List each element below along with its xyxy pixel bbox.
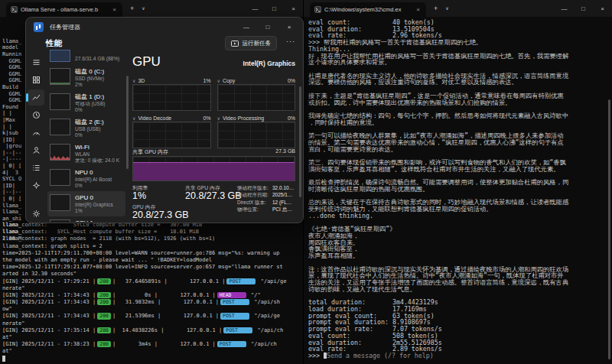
taskman-titlebar[interactable]: 任务管理器 — □ × bbox=[26, 18, 303, 36]
taskman-sidebar-item[interactable]: 27.6/31.4 GB (88%) bbox=[47, 45, 125, 65]
log-line: llama_context: graph nodes = 2118 (with … bbox=[2, 236, 301, 242]
gin-wrap-line: at" bbox=[2, 348, 301, 355]
gpu-info-row: 驱动程序日期: 2025/1… bbox=[237, 191, 298, 198]
services-icon[interactable] bbox=[28, 177, 44, 193]
app-history-icon[interactable] bbox=[28, 107, 44, 123]
terminal-line bbox=[308, 292, 609, 299]
taskman-sidebar-item[interactable]: 磁盘 2 (E:) USB (USB) 0% bbox=[47, 115, 125, 141]
log-fragment: GGML bbox=[2, 71, 21, 78]
cmd-terminal-window: C:\Windows\system32\cmd.ex × + ∨ — □ × e… bbox=[304, 0, 612, 364]
gin-log-row: [GIN] 2025/12/11 - 17:34:43 |200| 31.983… bbox=[2, 299, 301, 313]
log-fragment: |grou bbox=[2, 143, 21, 150]
terminal-line: eval count: 508 token(s) bbox=[308, 333, 609, 340]
taskman-sidebar-item[interactable]: 磁盘 1 (D:) 可移动 (USB) 0% bbox=[47, 90, 125, 115]
terminal-line: eval count: 40 token(s) bbox=[308, 19, 609, 26]
close-button[interactable]: × bbox=[593, 0, 612, 17]
processes-icon[interactable] bbox=[28, 72, 44, 88]
info-label: 驱动程序日期: bbox=[237, 191, 272, 198]
status-badge: 200 bbox=[97, 341, 111, 347]
performance-icon[interactable] bbox=[28, 89, 44, 106]
menu-icon[interactable] bbox=[28, 54, 44, 70]
status-badge: 200 bbox=[97, 327, 111, 333]
info-value: PCI 总… bbox=[272, 206, 292, 213]
details-icon[interactable] bbox=[28, 160, 44, 176]
minimize-button[interactable]: — bbox=[236, 18, 257, 36]
left-titlebar: Ollama Serve - ollama-serve.b × + ∨ — □ … bbox=[0, 0, 303, 17]
close-button[interactable]: × bbox=[278, 18, 300, 36]
tab-dropdown-icon[interactable]: ∨ bbox=[142, 0, 145, 17]
gin-prefix: [GIN] 2025/12/11 - 17:34:43 | bbox=[2, 299, 96, 305]
gin-log-row: [GIN] 2025/12/11 - 17:34:43 |200| 21.539… bbox=[2, 313, 301, 327]
terminal-line: eval duration: 2m55.5126985s bbox=[308, 340, 609, 346]
gin-prefix: [GIN] 2025/12/11 - 17:34:43 | bbox=[2, 313, 96, 319]
gin-endpoint: "/api/ge bbox=[251, 313, 280, 319]
gpu-info-row: DirectX 版本: 12 (FL… bbox=[237, 199, 298, 206]
terminal-line: ...done thinking. bbox=[308, 213, 609, 219]
method-badge: POST bbox=[223, 327, 252, 333]
left-terminal-tab[interactable]: Ollama Serve - ollama-serve.b × bbox=[6, 2, 122, 17]
users-icon[interactable] bbox=[28, 142, 44, 158]
close-button[interactable]: × bbox=[284, 0, 303, 17]
gin-middle: | 21.5396ms | 127.0.0.1 | bbox=[112, 313, 219, 319]
maximize-button[interactable]: □ bbox=[257, 18, 278, 36]
scrollbar[interactable] bbox=[608, 99, 610, 359]
engine-activity-graph bbox=[217, 122, 296, 148]
minimize-button[interactable]: — bbox=[246, 0, 265, 17]
performance-sidebar-list: 27.6/31.4 GB (88%) 磁盘 0 (C:) SSD (NVMe) … bbox=[47, 45, 125, 222]
chevron-down-icon[interactable]: ∨ bbox=[132, 78, 135, 83]
sidebar-thumbnail bbox=[50, 219, 70, 222]
gpu-panel-scrollbar[interactable] bbox=[299, 86, 301, 197]
run-new-task-button[interactable]: 运行新任务 bbox=[225, 36, 278, 50]
tab-close-icon[interactable]: × bbox=[415, 6, 422, 13]
right-terminal-tab[interactable]: C:\Windows\system32\cmd.ex × bbox=[310, 2, 426, 17]
terminal-line: 的情景。第二句需要表达优惠带来的激动心情，“疯狂星期四，优惠人心沸”这样的句子有… bbox=[308, 139, 609, 146]
status-badge: 200 bbox=[97, 278, 111, 284]
prompt-input-line[interactable]: >>> Send a message (/? for help) bbox=[308, 353, 609, 359]
log-fragment: | 0| [ bbox=[2, 163, 21, 170]
info-label: DirectX 版本: bbox=[237, 199, 272, 206]
terminal-line: 这个请求的具体要求和背景。 bbox=[308, 59, 609, 66]
taskman-sidebar-item[interactable]: 磁盘 0 (C:) SSD (NVMe) 2% bbox=[47, 65, 125, 90]
device-name: GPU 0 bbox=[75, 194, 113, 202]
shared-memory-graph bbox=[132, 156, 295, 181]
log-fragment: | | bbox=[2, 110, 21, 117]
maximize-button[interactable]: □ bbox=[265, 0, 284, 17]
startup-apps-icon[interactable] bbox=[28, 125, 44, 141]
chat-output-area: eval count: 40 token(s)eval duration: 13… bbox=[308, 19, 609, 359]
log-fragment: llama_ bbox=[2, 209, 21, 216]
gpu-mem-stat-value: 20.8/27.3 GB bbox=[132, 210, 189, 220]
settings-gear-icon[interactable] bbox=[26, 210, 46, 218]
terminal-line: ，同时保持杜甫的意境。 bbox=[308, 119, 609, 126]
gin-log-row: [GIN] 2025/12/11 - 17:38:23 |200| 3m4s |… bbox=[2, 341, 301, 355]
terminal-line: 香飘满街知客至， bbox=[308, 245, 609, 252]
gin-wrap-line: nerate" bbox=[2, 285, 301, 292]
gpu-engine-chart: ∨Video Processing0% bbox=[217, 114, 296, 148]
taskman-sidebar-item[interactable]: GPU 0 Intel(R) Graphics 1% bbox=[47, 191, 125, 216]
chevron-down-icon[interactable]: ∨ bbox=[217, 78, 220, 83]
taskman-sidebar-item[interactable]: NPU 0 Intel(R) AI Boost 0% bbox=[47, 166, 125, 191]
chevron-down-icon[interactable]: ∨ bbox=[217, 115, 220, 121]
tab-dropdown-icon[interactable]: ∨ bbox=[445, 0, 448, 17]
sidebar-thumbnail bbox=[50, 50, 70, 62]
terminal-line: 第三、四句要体现促销带来的氛围和影响，或许可以写到食物的香气和人们的欢笑，如“香… bbox=[308, 159, 609, 166]
device-usage: 0% bbox=[75, 107, 106, 113]
shared-memory-max: 27.3 GB bbox=[275, 148, 295, 156]
more-options-button[interactable]: ··· bbox=[286, 37, 295, 45]
taskman-sidebar-item[interactable]: GPU 1 bbox=[47, 216, 125, 222]
sidebar-thumbnail bbox=[50, 169, 70, 186]
terminal-line: 最后检查押韵情况，确保诗句流畅自然。可能需要调整用词，使整体更加贴合杜甫的风格，… bbox=[308, 179, 609, 186]
shared-memory-label: 共享 GPU 内存 bbox=[132, 148, 168, 156]
log-fragment: GGML bbox=[2, 64, 21, 71]
taskman-sidebar-item[interactable]: Wi-Fi WLAN 发送: 0 接收: 24.0 K bbox=[47, 141, 125, 166]
minimize-button[interactable]: — bbox=[555, 0, 574, 17]
chevron-down-icon[interactable]: ∨ bbox=[132, 115, 135, 121]
gin-endpoint: "/api/ch bbox=[254, 327, 283, 333]
engine-activity-graph bbox=[217, 84, 296, 111]
tab-close-icon[interactable]: × bbox=[111, 6, 118, 13]
new-tab-button[interactable]: + bbox=[434, 0, 438, 17]
gin-middle: | 37.6465891s | 127.0.0.1 | bbox=[112, 278, 226, 284]
new-tab-button[interactable]: + bbox=[130, 0, 134, 17]
maximize-button[interactable]: □ bbox=[574, 0, 593, 17]
engine-label: Video Decode bbox=[138, 115, 171, 121]
terminal-line: prompt eval duration: 8.9108697s bbox=[308, 319, 609, 326]
